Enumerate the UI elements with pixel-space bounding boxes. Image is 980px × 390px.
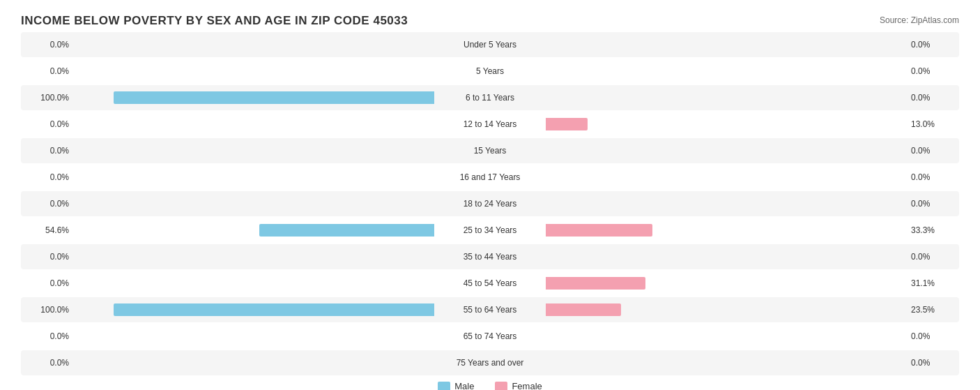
- male-bar-wrap: [73, 249, 434, 264]
- chart-row: 0.0% Under 5 Years 0.0%: [21, 32, 959, 57]
- chart-row: 54.6% 25 to 34 Years 33.3%: [21, 218, 959, 243]
- female-bar: [546, 303, 621, 316]
- chart-row: 100.0% 6 to 11 Years 0.0%: [21, 85, 959, 110]
- male-bar-wrap: [73, 117, 434, 132]
- age-label: 16 and 17 Years: [434, 172, 546, 182]
- chart-row: 0.0% 16 and 17 Years 0.0%: [21, 165, 959, 190]
- female-bar-wrap: [546, 302, 907, 317]
- male-value: 0.0%: [21, 172, 73, 182]
- male-value: 0.0%: [21, 119, 73, 129]
- male-bar-wrap: [73, 302, 434, 317]
- chart-row: 0.0% 12 to 14 Years 13.0%: [21, 112, 959, 137]
- male-value: 0.0%: [21, 278, 73, 288]
- age-label: 5 Years: [434, 66, 546, 76]
- age-label: 55 to 64 Years: [434, 305, 546, 315]
- male-value: 100.0%: [21, 305, 73, 315]
- legend-male-box: [438, 382, 450, 391]
- age-label: Under 5 Years: [434, 40, 546, 50]
- female-bar-wrap: [546, 170, 907, 185]
- chart-row: 0.0% 35 to 44 Years 0.0%: [21, 244, 959, 269]
- female-bar-wrap: [546, 117, 907, 132]
- legend-female: Female: [495, 381, 542, 390]
- male-bar-wrap: [73, 63, 434, 79]
- female-bar-wrap: [546, 329, 907, 344]
- male-value: 54.6%: [21, 225, 73, 235]
- male-bar-wrap: [73, 143, 434, 158]
- male-bar: [114, 303, 434, 316]
- female-value: 0.0%: [907, 40, 959, 50]
- female-value: 0.0%: [907, 66, 959, 76]
- female-bar: [546, 224, 652, 237]
- chart-row: 0.0% 45 to 54 Years 31.1%: [21, 271, 959, 296]
- legend-male-label: Male: [454, 381, 474, 390]
- female-bar-wrap: [546, 196, 907, 211]
- chart-row: 100.0% 55 to 64 Years 23.5%: [21, 297, 959, 322]
- age-label: 6 to 11 Years: [434, 93, 546, 103]
- female-bar-wrap: [546, 355, 907, 370]
- male-bar-wrap: [73, 170, 434, 185]
- age-label: 35 to 44 Years: [434, 252, 546, 262]
- male-bar-wrap: [73, 90, 434, 105]
- female-value: 13.0%: [907, 119, 959, 129]
- female-value: 23.5%: [907, 305, 959, 315]
- age-label: 45 to 54 Years: [434, 278, 546, 288]
- female-bar-wrap: [546, 249, 907, 264]
- female-bar: [546, 118, 588, 130]
- male-bar-wrap: [73, 355, 434, 370]
- legend-male: Male: [438, 381, 474, 390]
- male-bar: [259, 224, 434, 237]
- female-value: 0.0%: [907, 146, 959, 156]
- male-value: 0.0%: [21, 252, 73, 262]
- female-value: 0.0%: [907, 199, 959, 209]
- female-bar-wrap: [546, 63, 907, 79]
- female-value: 33.3%: [907, 225, 959, 235]
- legend: Male Female: [21, 381, 959, 390]
- male-value: 0.0%: [21, 358, 73, 368]
- female-bar-wrap: [546, 223, 907, 238]
- age-label: 12 to 14 Years: [434, 119, 546, 129]
- female-value: 0.0%: [907, 93, 959, 103]
- age-label: 15 Years: [434, 146, 546, 156]
- female-value: 31.1%: [907, 278, 959, 288]
- age-label: 65 to 74 Years: [434, 331, 546, 341]
- chart-row: 0.0% 65 to 74 Years 0.0%: [21, 324, 959, 349]
- chart-area: 0.0% Under 5 Years 0.0% 0.0% 5 Years 0.0…: [21, 32, 959, 375]
- male-bar-wrap: [73, 196, 434, 211]
- female-value: 0.0%: [907, 252, 959, 262]
- male-bar: [114, 91, 434, 104]
- female-value: 0.0%: [907, 358, 959, 368]
- male-value: 0.0%: [21, 331, 73, 341]
- female-bar: [546, 277, 645, 290]
- chart-row: 0.0% 18 to 24 Years 0.0%: [21, 191, 959, 216]
- age-label: 18 to 24 Years: [434, 199, 546, 209]
- female-bar-wrap: [546, 37, 907, 52]
- male-value: 100.0%: [21, 93, 73, 103]
- male-bar-wrap: [73, 329, 434, 344]
- chart-row: 0.0% 15 Years 0.0%: [21, 138, 959, 163]
- legend-female-label: Female: [512, 381, 542, 390]
- male-bar-wrap: [73, 276, 434, 291]
- male-bar-wrap: [73, 223, 434, 238]
- female-bar-wrap: [546, 276, 907, 291]
- male-bar-wrap: [73, 37, 434, 52]
- male-value: 0.0%: [21, 40, 73, 50]
- male-value: 0.0%: [21, 66, 73, 76]
- male-value: 0.0%: [21, 146, 73, 156]
- chart-row: 0.0% 5 Years 0.0%: [21, 59, 959, 84]
- legend-female-box: [495, 382, 507, 391]
- age-label: 25 to 34 Years: [434, 225, 546, 235]
- male-value: 0.0%: [21, 199, 73, 209]
- female-value: 0.0%: [907, 172, 959, 182]
- female-bar-wrap: [546, 90, 907, 105]
- age-label: 75 Years and over: [434, 358, 546, 368]
- female-value: 0.0%: [907, 331, 959, 341]
- female-bar-wrap: [546, 143, 907, 158]
- chart-row: 0.0% 75 Years and over 0.0%: [21, 350, 959, 375]
